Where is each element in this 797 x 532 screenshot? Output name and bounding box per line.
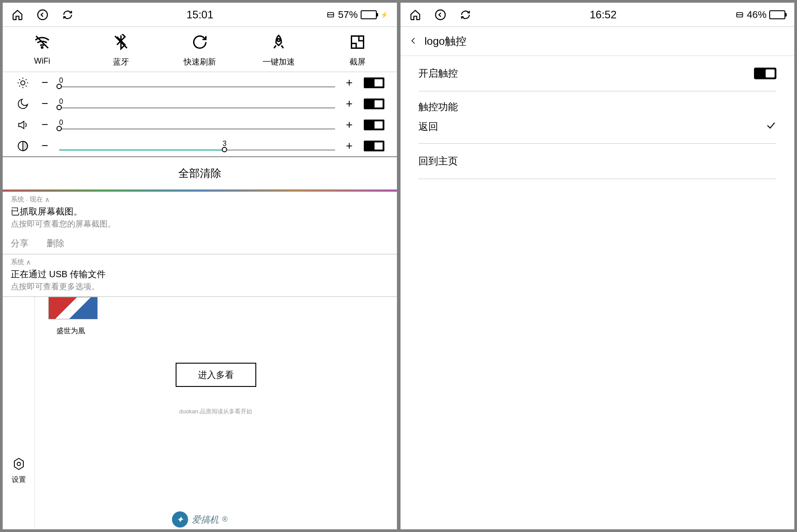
- chevron-up-icon: ∧: [26, 258, 31, 266]
- watermark-badge-icon: ✦: [172, 511, 188, 528]
- svg-point-6: [277, 39, 280, 42]
- home-icon[interactable]: [409, 9, 421, 21]
- tile-label: 快速刷新: [184, 56, 216, 67]
- sim-icon: [735, 9, 744, 21]
- chevron-left-icon[interactable]: [409, 35, 418, 47]
- refresh-icon[interactable]: [62, 9, 73, 21]
- charging-icon: ⚡: [380, 11, 388, 18]
- tile-fast-refresh[interactable]: 快速刷新: [173, 34, 227, 67]
- tile-label: 截屏: [349, 56, 366, 67]
- notif-subtitle: 点按即可查看更多选项。: [11, 281, 389, 292]
- slider-track[interactable]: 0: [59, 120, 335, 129]
- minus-button[interactable]: −: [39, 97, 50, 111]
- row-label: 返回: [418, 120, 438, 133]
- svg-point-11: [17, 462, 21, 466]
- share-action[interactable]: 分享: [11, 237, 29, 249]
- tile-label: 蓝牙: [113, 56, 129, 67]
- tile-wifi[interactable]: WiFi: [15, 34, 69, 67]
- svg-point-0: [38, 10, 47, 20]
- row-label: 开启触控: [418, 67, 458, 80]
- settings-icon[interactable]: [12, 457, 26, 472]
- refresh-cycle-icon: [192, 34, 208, 50]
- contrast-icon: [15, 140, 30, 152]
- watermark: ✦ 爱搞机®: [172, 511, 228, 528]
- svg-point-12: [435, 10, 445, 20]
- sim-icon: [326, 9, 335, 21]
- sliders-panel: − 0 + − 0 + − 0: [3, 72, 397, 157]
- enter-duokan-button[interactable]: 进入多看: [176, 363, 256, 387]
- plus-button[interactable]: +: [344, 76, 355, 90]
- svg-marker-10: [14, 459, 23, 470]
- back-icon[interactable]: [435, 9, 446, 21]
- slider-contrast: − 3 +: [3, 135, 397, 156]
- battery-icon: [769, 10, 785, 19]
- back-icon[interactable]: [37, 9, 48, 21]
- tile-screenshot[interactable]: 截屏: [331, 34, 384, 67]
- toggle[interactable]: [364, 120, 384, 130]
- tile-label: 一键加速: [263, 56, 295, 67]
- chevron-up-icon: ∧: [45, 196, 50, 204]
- slider-track[interactable]: 0: [59, 99, 335, 108]
- screenshot-icon: [349, 34, 366, 50]
- delete-action[interactable]: 删除: [47, 237, 65, 249]
- sidebar: 设置: [3, 297, 35, 529]
- notif-source: 系统: [11, 195, 24, 204]
- watermark-text: 爱搞机: [192, 514, 219, 526]
- slider-track[interactable]: 0: [59, 78, 335, 87]
- toggle[interactable]: [364, 99, 384, 109]
- slider-track[interactable]: 3: [59, 142, 335, 150]
- notif-subtitle: 点按即可查看您的屏幕截图。: [11, 219, 389, 229]
- plus-button[interactable]: +: [344, 118, 355, 132]
- check-icon: [766, 120, 776, 133]
- battery-icon: [361, 10, 377, 19]
- tile-label: WiFi: [34, 56, 50, 66]
- book-cover[interactable]: [48, 297, 98, 319]
- quick-settings: WiFi 蓝牙 快速刷新 一键加速 截屏: [3, 27, 397, 72]
- bluetooth-off-icon: [113, 34, 129, 50]
- clock: 16:52: [471, 9, 735, 21]
- status-bar-right: 16:52 46%: [401, 3, 795, 27]
- wifi-off-icon: [34, 34, 50, 50]
- footer-text: duokan.品质阅读从多看开始: [44, 408, 388, 416]
- slider-volume: − 0 +: [3, 114, 397, 135]
- clear-all-button[interactable]: 全部清除: [3, 157, 397, 190]
- svg-point-3: [41, 47, 43, 48]
- sidebar-settings-label[interactable]: 设置: [12, 475, 26, 485]
- row-back-option[interactable]: 返回: [418, 114, 777, 144]
- left-pane: 15:01 57% ⚡ WiFi 蓝牙 快速刷新: [3, 3, 397, 529]
- rocket-icon: [271, 34, 287, 50]
- notification-screenshot[interactable]: 系统 · 现在 ∧ 已抓取屏幕截图。 点按即可查看您的屏幕截图。 分享 删除: [3, 192, 397, 254]
- slider-brightness: − 0 +: [3, 72, 397, 93]
- row-home-option[interactable]: 回到主页: [418, 144, 777, 179]
- notification-usb[interactable]: 系统 ∧ 正在通过 USB 传输文件 点按即可查看更多选项。: [3, 254, 397, 297]
- toggle[interactable]: [754, 68, 776, 79]
- bottom-content: 设置 盛世为凰 进入多看 duokan.品质阅读从多看开始: [3, 297, 397, 529]
- settings-header: logo触控: [401, 27, 795, 56]
- right-pane: 16:52 46% logo触控 开启触控 触控功能 返回 回到主页: [401, 3, 795, 529]
- tile-bluetooth[interactable]: 蓝牙: [94, 34, 148, 67]
- toggle[interactable]: [364, 141, 384, 151]
- refresh-icon[interactable]: [460, 9, 471, 21]
- slider-night: − 0 +: [3, 93, 397, 114]
- speaker-icon: [15, 119, 30, 131]
- plus-button[interactable]: +: [344, 139, 355, 153]
- notif-time: 现在: [30, 195, 43, 204]
- row-label: 回到主页: [418, 154, 458, 168]
- settings-body: 开启触控 触控功能 返回 回到主页: [401, 56, 795, 179]
- moon-icon: [15, 98, 30, 110]
- tile-boost[interactable]: 一键加速: [252, 34, 306, 67]
- battery-percent: 46%: [747, 9, 767, 21]
- plus-button[interactable]: +: [344, 97, 355, 111]
- status-bar-left: 15:01 57% ⚡: [3, 3, 397, 27]
- row-enable-touch[interactable]: 开启触控: [418, 56, 777, 91]
- notif-title: 已抓取屏幕截图。: [11, 206, 389, 218]
- minus-button[interactable]: −: [39, 139, 50, 153]
- minus-button[interactable]: −: [39, 76, 50, 90]
- main-area: 盛世为凰 进入多看 duokan.品质阅读从多看开始: [35, 297, 397, 529]
- svg-point-8: [21, 81, 25, 85]
- toggle[interactable]: [364, 77, 384, 88]
- home-icon[interactable]: [12, 9, 23, 21]
- notif-source: 系统: [11, 258, 24, 266]
- book-title: 盛世为凰: [56, 326, 388, 336]
- minus-button[interactable]: −: [39, 118, 50, 132]
